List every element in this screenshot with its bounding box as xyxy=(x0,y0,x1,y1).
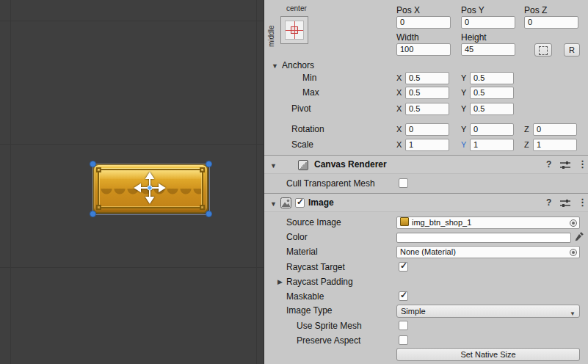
cull-transparent-mesh-label: Cull Transparent Mesh xyxy=(286,178,375,189)
anchors-max-y-field[interactable]: 0.5 xyxy=(470,87,514,99)
rotation-label: Rotation xyxy=(291,123,324,135)
height-label: Height xyxy=(461,32,487,43)
image-title: Image xyxy=(308,197,334,208)
preserve-aspect-label: Preserve Aspect xyxy=(297,335,360,346)
grid-line-horizontal xyxy=(0,267,264,268)
context-menu-icon[interactable]: ⋮ xyxy=(578,159,587,170)
scale-label: Scale xyxy=(291,139,313,150)
anchor-preset-button[interactable] xyxy=(280,16,308,44)
image-type-dropdown[interactable]: Simple ▼ xyxy=(396,305,580,318)
dropdown-arrow-icon: ▼ xyxy=(570,308,576,320)
axis-z-label: Z xyxy=(524,139,529,151)
scale-x-field[interactable]: 1 xyxy=(405,139,449,151)
inspector-panel: center middle Pos X Pos Y Pos Z 0 0 0 Wi… xyxy=(264,0,588,364)
selection-handle-top-right[interactable] xyxy=(206,161,212,167)
material-field[interactable]: None (Material) xyxy=(396,246,580,258)
selection-handle-top-left[interactable] xyxy=(90,161,96,167)
anchors-min-x-field[interactable]: 0.5 xyxy=(405,72,449,84)
use-sprite-mesh-checkbox[interactable] xyxy=(399,321,408,330)
anchors-label[interactable]: Anchors xyxy=(282,59,314,71)
anchors-min-y-field[interactable]: 0.5 xyxy=(470,72,514,84)
pivot-label: Pivot xyxy=(291,103,311,114)
raycast-padding-label[interactable]: Raycast Padding xyxy=(286,276,353,288)
pos-x-field[interactable]: 0 xyxy=(396,16,451,29)
axis-y-label: Y xyxy=(461,72,466,84)
image-foldout-icon[interactable]: ▼ xyxy=(270,200,277,208)
anchor-horizontal-label: center xyxy=(286,4,307,12)
axis-x-label: X xyxy=(396,87,402,99)
anchor-preset-grid-icon xyxy=(285,21,304,40)
width-field[interactable]: 100 xyxy=(396,43,451,56)
maskable-checkbox[interactable] xyxy=(399,291,408,301)
presets-icon[interactable] xyxy=(560,199,570,208)
blueprint-mode-button[interactable] xyxy=(534,43,552,57)
rotation-z-field[interactable]: 0 xyxy=(533,123,577,136)
image-enabled-checkbox[interactable] xyxy=(295,198,305,208)
raycast-target-label: Raycast Target xyxy=(286,261,345,273)
axis-x-label: X xyxy=(396,139,402,151)
context-menu-icon[interactable]: ⋮ xyxy=(578,197,587,208)
object-picker-icon[interactable] xyxy=(570,219,577,227)
canvas-renderer-foldout-icon[interactable]: ▼ xyxy=(270,162,277,170)
anchors-max-x-field[interactable]: 0.5 xyxy=(405,87,449,99)
axis-x-label: X xyxy=(396,103,402,115)
scale-y-field[interactable]: 1 xyxy=(470,139,514,151)
canvas-renderer-header[interactable]: ▼ Canvas Renderer ? ⋮ xyxy=(264,155,588,174)
presets-icon[interactable] xyxy=(560,161,570,170)
anchors-min-label: Min xyxy=(302,72,316,84)
rotation-x-field[interactable]: 0 xyxy=(405,123,449,136)
axis-x-label: X xyxy=(396,123,402,136)
anchors-max-label: Max xyxy=(302,87,319,98)
selection-handle-bottom-right[interactable] xyxy=(206,211,212,217)
source-image-field[interactable]: img_btn_shop_1 xyxy=(396,216,580,229)
material-label: Material xyxy=(286,246,318,258)
material-value: None (Material) xyxy=(400,247,456,256)
source-image-value: img_btn_shop_1 xyxy=(412,218,471,227)
height-field[interactable]: 45 xyxy=(461,43,515,56)
help-icon[interactable]: ? xyxy=(546,197,551,208)
sprite-corner-ornament xyxy=(200,167,205,172)
axis-z-label: Z xyxy=(524,123,529,136)
grid-line-vertical xyxy=(256,0,257,364)
sprite-corner-ornament xyxy=(96,205,101,210)
canvas-renderer-icon xyxy=(298,160,308,170)
eyedropper-icon[interactable] xyxy=(575,231,584,241)
image-type-value: Simple xyxy=(401,307,426,316)
blueprint-mode-icon xyxy=(539,46,548,55)
pos-y-field[interactable]: 0 xyxy=(461,16,515,29)
color-field[interactable] xyxy=(396,233,571,243)
rotation-y-field[interactable]: 0 xyxy=(470,123,514,136)
sprite-corner-ornament xyxy=(96,167,101,172)
axis-y-label: Y xyxy=(461,103,466,115)
image-component-icon xyxy=(280,197,291,208)
cull-transparent-mesh-checkbox[interactable] xyxy=(399,178,408,188)
image-header[interactable]: ▼ Image ? ⋮ xyxy=(264,193,588,212)
preserve-aspect-checkbox[interactable] xyxy=(399,335,408,345)
selection-handle-bottom-left[interactable] xyxy=(90,211,96,217)
help-icon[interactable]: ? xyxy=(546,159,551,170)
pos-x-label: Pos X xyxy=(396,4,420,16)
width-label: Width xyxy=(396,32,419,43)
grid-line-horizontal xyxy=(0,144,264,145)
scale-z-field[interactable]: 1 xyxy=(533,139,577,151)
move-tool-gizmo-icon[interactable] xyxy=(133,171,167,205)
grid-line-vertical xyxy=(10,0,11,364)
sprite-thumbnail-icon xyxy=(400,217,409,226)
pivot-x-field[interactable]: 0.5 xyxy=(405,103,449,115)
pivot-y-field[interactable]: 0.5 xyxy=(470,103,514,115)
canvas-renderer-title: Canvas Renderer xyxy=(314,159,387,170)
set-native-size-button[interactable]: Set Native Size xyxy=(396,348,580,361)
raycast-target-checkbox[interactable] xyxy=(399,262,408,272)
use-sprite-mesh-label: Use Sprite Mesh xyxy=(297,320,362,332)
scene-view[interactable] xyxy=(0,0,264,364)
raycast-padding-foldout-icon[interactable]: ▶ xyxy=(277,278,283,285)
object-picker-icon[interactable] xyxy=(570,249,577,256)
color-label: Color xyxy=(286,231,308,243)
axis-y-label: Y xyxy=(461,87,466,99)
pos-y-label: Pos Y xyxy=(461,4,484,16)
maskable-label: Maskable xyxy=(286,291,324,302)
anchors-foldout-icon[interactable]: ▼ xyxy=(272,62,278,70)
pos-z-field[interactable]: 0 xyxy=(524,16,578,29)
raw-edit-mode-button[interactable]: R xyxy=(564,43,580,57)
axis-y-label: Y xyxy=(461,139,466,151)
